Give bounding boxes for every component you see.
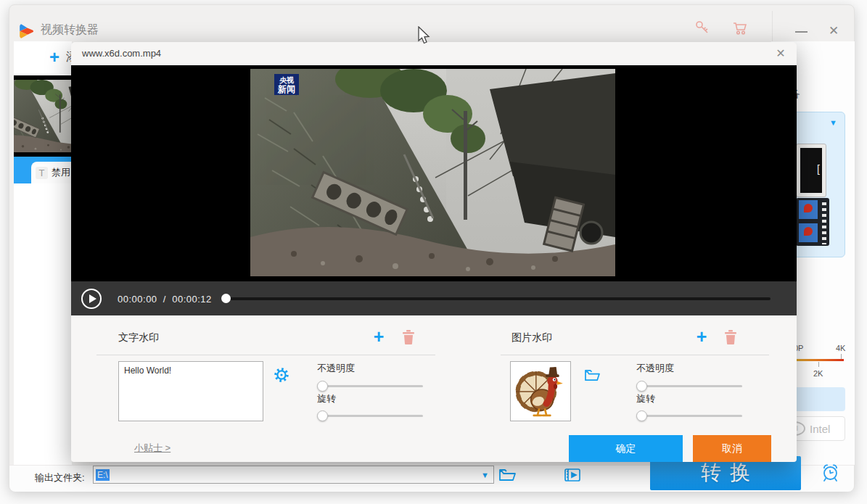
output-folder-combobox[interactable]: E:\ ▼ — [93, 466, 494, 484]
add-file-plus-icon[interactable]: + — [49, 47, 59, 67]
format-dropdown-icon[interactable]: ▼ — [829, 118, 837, 127]
app-logo-icon — [18, 22, 36, 40]
add-image-watermark-button[interactable]: + — [692, 328, 711, 347]
text-section-divider — [96, 355, 435, 355]
video-preview-area: 央视 新闻 — [71, 65, 797, 281]
titlebar-separator — [772, 11, 773, 43]
image-section-divider — [501, 355, 769, 355]
minimize-button[interactable] — [795, 31, 808, 33]
dialog-close-icon[interactable]: ✕ — [773, 46, 788, 61]
time-display: 00:00:00 / 00:00:12 — [118, 294, 212, 305]
ok-button[interactable]: 确定 — [569, 435, 683, 462]
text-watermark-title: 文字水印 — [118, 331, 159, 344]
tips-link[interactable]: 小贴士 > — [134, 442, 170, 455]
filmstrip-frame — [799, 200, 818, 219]
filmstrip-perforations — [822, 199, 826, 244]
image-rotate-label: 旋转 — [636, 392, 655, 405]
resolution-slider[interactable] — [789, 359, 844, 361]
resolution-right-label: 4K — [836, 344, 845, 352]
text-opacity-label: 不透明度 — [317, 362, 355, 375]
monitor-screen: [ — [800, 148, 822, 193]
text-opacity-slider[interactable] — [317, 385, 423, 387]
resolution-tick-2k — [818, 362, 819, 367]
add-file-toolbar: + 添 — [14, 41, 72, 72]
output-path-value: E:\ — [96, 469, 110, 481]
text-opacity-thumb[interactable] — [317, 381, 328, 392]
resolution-mid-label: 2K — [813, 369, 823, 378]
intel-badge: tel Intel — [789, 416, 845, 441]
intel-name: Intel — [810, 423, 830, 435]
text-settings-gear-icon[interactable] — [274, 367, 289, 383]
preview-video-icon[interactable] — [564, 467, 581, 483]
settings-box — [789, 387, 845, 411]
watermark-text-input[interactable]: Hello World! — [118, 361, 263, 421]
watermark-dialog: www.x6d.com.mp4 ✕ 央视 新闻 00:00:00 / 00:00… — [71, 42, 797, 462]
image-opacity-slider[interactable] — [636, 385, 742, 387]
combo-dropdown-icon[interactable]: ▼ — [481, 471, 489, 479]
open-folder-icon[interactable] — [498, 467, 516, 483]
text-rotate-slider[interactable] — [317, 415, 423, 417]
image-rotate-thumb[interactable] — [636, 410, 647, 421]
badge-line2: 新闻 — [277, 84, 295, 94]
cancel-button[interactable]: 取消 — [693, 435, 771, 462]
image-rotate-slider[interactable] — [636, 415, 742, 417]
add-text-watermark-button[interactable]: + — [369, 328, 388, 347]
monitor-preview: [ — [796, 144, 826, 197]
schedule-alarm-icon[interactable] — [821, 463, 840, 482]
output-folder-label: 输出文件夹: — [35, 471, 85, 484]
total-time: 00:00:12 — [172, 294, 212, 305]
filmstrip-preview — [796, 198, 829, 246]
dialog-titlebar: www.x6d.com.mp4 ✕ — [71, 42, 797, 65]
text-rotate-label: 旋转 — [317, 392, 336, 405]
play-button[interactable] — [81, 289, 102, 309]
delete-image-watermark-icon[interactable] — [724, 329, 737, 344]
text-tool-icon: T — [36, 167, 48, 179]
register-key-icon[interactable] — [694, 20, 710, 36]
image-watermark-title: 图片水印 — [511, 331, 552, 344]
bottom-bar: 输出文件夹: E:\ ▼ 转换 — [9, 465, 854, 492]
cart-icon[interactable] — [732, 20, 748, 36]
seek-thumb[interactable] — [221, 294, 231, 303]
current-time: 00:00:00 — [118, 294, 157, 305]
time-separator: / — [163, 294, 166, 305]
image-opacity-label: 不透明度 — [636, 362, 674, 375]
text-tab-label: 禁用 — [52, 166, 70, 179]
delete-text-watermark-icon[interactable] — [402, 329, 415, 344]
browse-image-folder-icon[interactable] — [584, 368, 601, 382]
dialog-title: www.x6d.com.mp4 — [82, 48, 161, 59]
video-thumbnail[interactable] — [14, 75, 72, 157]
turkey-image — [514, 365, 567, 418]
cctv-news-badge: 央视 新闻 — [274, 74, 299, 95]
text-rotate-thumb[interactable] — [317, 410, 328, 421]
seek-bar[interactable] — [221, 297, 771, 300]
resolution-tick-4k — [841, 354, 842, 359]
text-watermark-tab[interactable]: T 禁用 — [31, 162, 72, 183]
close-button[interactable]: ✕ — [826, 24, 841, 38]
app-titlebar: 视频转换器 ✕ — [9, 5, 854, 41]
filmstrip-frame — [799, 223, 818, 242]
app-title: 视频转换器 — [41, 22, 99, 38]
badge-line1: 央视 — [279, 76, 295, 84]
watermark-image-preview[interactable] — [510, 361, 571, 421]
image-opacity-thumb[interactable] — [636, 381, 647, 392]
video-frame: 央视 新闻 — [250, 69, 615, 276]
